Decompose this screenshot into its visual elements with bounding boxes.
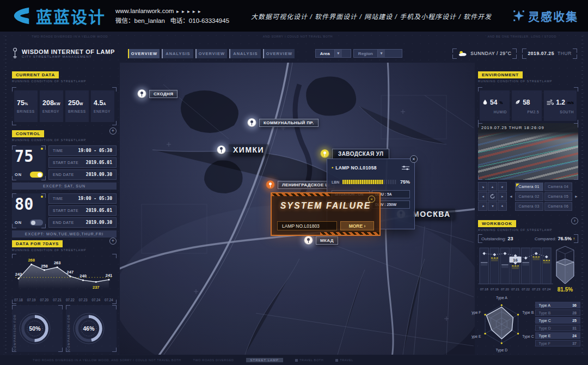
services-text: 大数据可视化设计 / 软件界面设计 / 网站建设 / 手机及小程序设计 / 软件… — [251, 11, 492, 21]
footer-check: TRAVEL — [335, 358, 353, 362]
camera-06-button[interactable]: Camera 06 — [544, 202, 573, 211]
tab-overview[interactable]: OVERVIEW — [128, 49, 160, 58]
dashboard: TWO ROADS DIVERGED IN A YELLOW WOODAND S… — [0, 32, 588, 365]
pan-down-icon[interactable]: ▲ — [488, 202, 497, 211]
legend-row-type-d[interactable]: Type D31 — [535, 325, 580, 332]
camera-03-button[interactable]: Camera 03 — [515, 202, 543, 211]
add-schedule-button[interactable]: + — [109, 127, 117, 135]
arrow-up-icon: ↑ — [573, 236, 575, 241]
filters: Area ▾ Region ▾ — [315, 49, 402, 58]
camera-feed[interactable]: 2019.07.25 THUR 18:26:09 — [478, 123, 578, 180]
refresh-icon[interactable] — [488, 192, 497, 201]
lamp-marker-icon[interactable] — [217, 145, 226, 155]
svg-text:46%: 46% — [83, 325, 95, 332]
pan-up-right-icon[interactable]: ▲ — [498, 182, 507, 191]
panel-title: CURRENT DATA — [12, 71, 59, 78]
power-toggle[interactable] — [30, 172, 43, 178]
workbook-more-button[interactable]: › — [571, 217, 578, 224]
region-select[interactable]: Region ▾ — [353, 49, 402, 58]
svg-text:Type B: Type B — [522, 311, 534, 315]
map-point-4: ЗАВОДСКАЯ УЛ — [320, 149, 389, 159]
dot-icon: • — [332, 165, 333, 171]
legend-row-type-e[interactable]: Type E24 — [535, 332, 580, 339]
next-cameras-icon[interactable]: ► — [574, 194, 578, 198]
pan-up-left-icon[interactable]: ▲ — [478, 182, 487, 191]
schedule-block: 75 ON TIME19:00 - 05:30 START DATE2019.0… — [12, 145, 117, 190]
radar-legend: Type A36Type B28Type C25Type D31Type E24… — [535, 302, 580, 347]
svg-text:07.24: 07.24 — [105, 298, 113, 302]
footer-check: TRAVEL BOTH — [295, 358, 323, 362]
comparison-panel: COMPARISON FOR 50% COMPARISON FOR 46% — [12, 305, 117, 352]
legend-row-type-a[interactable]: Type A36 — [535, 302, 580, 309]
more-button[interactable]: MORE › — [340, 221, 374, 230]
pan-down-left-icon[interactable]: ▲ — [478, 202, 487, 211]
legend-row-type-c[interactable]: Type C25 — [535, 317, 580, 324]
lanlan-logo-icon — [12, 6, 32, 26]
wechat-label: 微信：ben_lanlan — [115, 17, 165, 24]
streetlamp-icon — [12, 47, 18, 60]
panel-title: DATA FOR 7DAYS — [12, 240, 63, 247]
caret-down-icon[interactable]: ▾ — [334, 50, 342, 57]
logo-text: 蓝蓝设计 — [36, 4, 106, 28]
pan-right-icon[interactable]: ▲ — [498, 192, 507, 201]
bottom-ticker: TWO ROADS DIVERGED IN A YELLOW WOOD, AND… — [0, 355, 588, 365]
camera-04-button[interactable]: Camera 04 — [544, 182, 573, 191]
lamp-dot-icon — [41, 196, 43, 198]
expand-chart-button[interactable]: + — [109, 238, 117, 245]
tab-overview[interactable]: OVERVIEW — [263, 49, 295, 58]
brightness-box: 75 ON — [12, 145, 46, 180]
lamp-marker-icon[interactable] — [320, 149, 329, 159]
workbook-panel: WORKBOOK RUNNING CONDITION OF STREETLAMP… — [478, 217, 578, 293]
power-toggle[interactable] — [30, 220, 43, 226]
tab-overview[interactable]: OVERVIEW — [195, 49, 227, 58]
seven-days-panel: DATA FOR 7DAYS RUNNING CONDITION OF STRE… — [12, 238, 117, 303]
tab-bar: OVERVIEWANALYSISOVERVIEWANALYSISOVERVIEW — [128, 49, 295, 58]
panel-subtitle: RUNNING CONDITION OF STREETLAMP — [12, 248, 86, 252]
sun-cloud-icon — [458, 50, 467, 57]
camera-05-button[interactable]: Camera 05 — [544, 192, 573, 201]
legend-row-type-f[interactable]: Type F37 — [535, 340, 580, 347]
svg-text:263: 263 — [54, 260, 61, 265]
sliders-icon[interactable] — [401, 163, 410, 173]
street-lamp-badge: STREET LAMP — [246, 358, 284, 362]
system-failure-popup: × SYSTEM FAILURE LAMP NO.L01803 MORE › — [271, 192, 381, 236]
svg-text:07.23: 07.23 — [532, 288, 541, 291]
close-icon[interactable]: × — [410, 155, 418, 163]
lamp-marker-icon[interactable] — [247, 118, 256, 127]
schedule-row: START DATE2019.05.01 — [48, 157, 117, 168]
pan-left-icon[interactable]: ▲ — [478, 192, 487, 201]
pan-down-right-icon[interactable]: ▲ — [498, 202, 507, 211]
star-collect-icon — [513, 10, 525, 22]
website-link[interactable]: www.lanlanwork.com — [115, 8, 174, 14]
date-widget: 2019.07.25 THUR — [522, 48, 577, 59]
legend-row-type-b[interactable]: Type B28 — [535, 309, 580, 317]
camera-01-button[interactable]: Camera 01 — [515, 182, 543, 191]
lamp-marker-icon[interactable] — [137, 89, 146, 99]
panel-title: WORKBOOK — [478, 220, 516, 227]
svg-text:258: 258 — [41, 264, 48, 269]
brightness-value: 75 — [15, 147, 41, 165]
tab-analysis[interactable]: ANALYSIS — [162, 49, 193, 58]
svg-text:Type C: Type C — [522, 334, 534, 339]
lamp-marker-icon[interactable] — [266, 180, 275, 190]
arrows-icon: ►►►►► — [176, 9, 203, 14]
area-select[interactable]: Area ▾ — [315, 49, 351, 58]
caret-down-icon[interactable]: ▾ — [377, 50, 385, 57]
gauge-label: COMPARISON FOR — [67, 306, 70, 351]
prev-cameras-icon[interactable]: ◄ — [509, 194, 513, 198]
comparison-gauge: COMPARISON FOR 50% — [12, 305, 63, 352]
except-days: EXCEPT: MON,TUE,WED,THUR,FRI — [12, 230, 117, 238]
environment-stats: 54% HUMID 58 PM2.5 1.2m/s SOU — [478, 87, 578, 124]
tab-analysis[interactable]: ANALYSIS — [229, 49, 261, 58]
lamp-marker-icon[interactable] — [304, 236, 313, 245]
panel-subtitle: RUNNING CONDITION OF STREETLAMP — [12, 80, 86, 83]
pan-up-icon[interactable]: ▲ — [488, 182, 497, 191]
brightness-bar[interactable] — [342, 180, 397, 184]
svg-text:Type E: Type E — [471, 334, 481, 339]
close-icon[interactable]: × — [368, 196, 375, 203]
camera-02-button[interactable]: Camera 02 — [515, 192, 543, 201]
map-point-5: ЛЕНИНГРАДСКОЕ Ш — [266, 180, 334, 190]
city-map[interactable]: СХОДНЯКОММУНАЛЬНЫЙ ПР.ХИМКИЗАВОДСКАЯ УЛЛ… — [120, 63, 475, 355]
map-point-3: ХИМКИ — [217, 144, 268, 155]
inspiration-collect[interactable]: 灵感收集 — [513, 8, 578, 24]
